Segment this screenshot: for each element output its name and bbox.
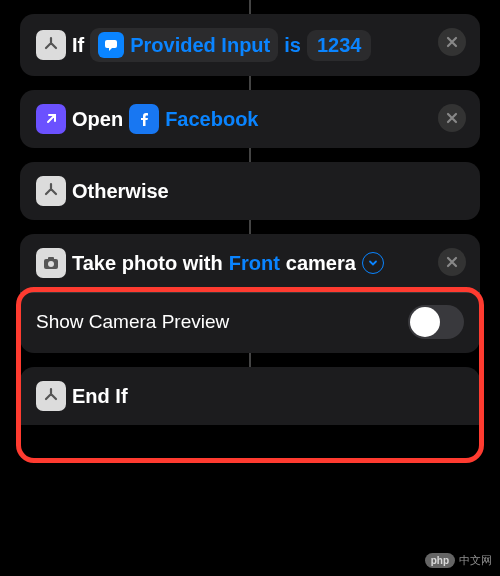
svg-rect-2 bbox=[48, 257, 54, 260]
app-token[interactable]: Facebook bbox=[129, 104, 258, 134]
watermark: php 中文网 bbox=[425, 553, 492, 568]
value-token[interactable]: 1234 bbox=[307, 30, 372, 61]
camera-token[interactable]: Front bbox=[229, 252, 280, 275]
open-label: Open bbox=[72, 108, 123, 131]
branch-icon bbox=[36, 381, 66, 411]
branch-icon bbox=[36, 30, 66, 60]
close-icon[interactable] bbox=[438, 248, 466, 276]
camera-preview-toggle[interactable] bbox=[408, 305, 464, 339]
otherwise-label: Otherwise bbox=[72, 180, 169, 203]
expand-icon[interactable] bbox=[362, 252, 384, 274]
take-photo-card[interactable]: Take photo with Front camera Show Camera… bbox=[20, 234, 480, 353]
svg-rect-0 bbox=[105, 40, 117, 48]
take-photo-prefix: Take photo with bbox=[72, 252, 223, 275]
open-app-card[interactable]: Open Facebook bbox=[20, 90, 480, 148]
connector bbox=[20, 220, 480, 234]
svg-point-3 bbox=[48, 261, 54, 267]
condition-label[interactable]: is bbox=[284, 34, 301, 57]
connector bbox=[20, 0, 480, 14]
connector bbox=[20, 353, 480, 367]
message-icon bbox=[98, 32, 124, 58]
provided-input-token[interactable]: Provided Input bbox=[90, 28, 278, 62]
open-icon bbox=[36, 104, 66, 134]
close-icon[interactable] bbox=[438, 104, 466, 132]
branch-icon bbox=[36, 176, 66, 206]
camera-icon bbox=[36, 248, 66, 278]
connector bbox=[20, 148, 480, 162]
end-if-label: End If bbox=[72, 385, 128, 408]
camera-preview-label: Show Camera Preview bbox=[36, 311, 229, 333]
otherwise-card[interactable]: Otherwise bbox=[20, 162, 480, 220]
if-card[interactable]: If Provided Input is 1234 bbox=[20, 14, 480, 76]
take-photo-suffix: camera bbox=[286, 252, 356, 275]
facebook-icon bbox=[129, 104, 159, 134]
close-icon[interactable] bbox=[438, 28, 466, 56]
connector bbox=[20, 76, 480, 90]
end-if-card[interactable]: End If bbox=[20, 367, 480, 425]
if-label: If bbox=[72, 34, 84, 57]
